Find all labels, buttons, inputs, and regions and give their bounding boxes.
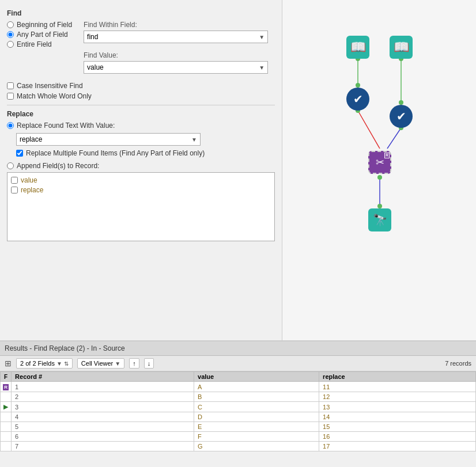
fields-sort-arrows: ⇅: [64, 360, 69, 367]
append-fields-radio[interactable]: [7, 162, 14, 169]
row-num-cell: 2: [12, 392, 194, 402]
row-replace-cell: 14: [319, 412, 476, 422]
col-record-header: Record #: [12, 372, 194, 382]
anypart-radio[interactable]: [7, 31, 14, 38]
beginning-label: Beginning of Field: [17, 21, 72, 29]
table-header-row: F Record # value replace: [1, 372, 476, 382]
replace-found-radio[interactable]: [7, 122, 14, 129]
svg-point-5: [399, 100, 403, 105]
row-icon-cell: ▶: [1, 402, 12, 412]
find-within-select-wrapper: find value replace: [84, 31, 268, 43]
results-table: F Record # value replace R 1 A 11 2 B 12…: [0, 371, 476, 467]
row-value-cell: G: [194, 442, 319, 451]
row-replace-cell: 13: [319, 402, 476, 412]
node-book1[interactable]: 📖: [346, 36, 369, 59]
col-icon-header: F: [1, 372, 12, 382]
find-value-select[interactable]: value find replace: [84, 61, 268, 74]
nav-down-button[interactable]: ↓: [144, 358, 154, 369]
svg-point-11: [377, 175, 382, 180]
row-value-cell: B: [194, 392, 319, 402]
append-fields-label: Append Field(s) to Record:: [17, 162, 99, 170]
svg-point-12: [377, 204, 382, 208]
replace-multiple-label: Replace Multiple Found Items (Find Any P…: [26, 149, 205, 157]
append-fields-radio-row[interactable]: Append Field(s) to Record:: [7, 162, 275, 170]
row-num-cell: 5: [12, 422, 194, 432]
find-within-label: Find Within Field:: [84, 21, 268, 29]
book2-icon: 📖: [390, 36, 413, 59]
binoculars-icon: 🔭: [368, 208, 391, 231]
replace-section-header: Replace: [7, 110, 275, 118]
find-within-select[interactable]: find value replace: [84, 31, 268, 43]
filter-icon: F: [4, 374, 7, 380]
table-row: ▶ 3 C 13: [1, 402, 476, 412]
case-insensitive-row[interactable]: Case Insensitive Find: [7, 82, 275, 90]
replace-value-select[interactable]: replace value find: [16, 133, 201, 146]
table-row: 7 G 17: [1, 442, 476, 451]
fields-dropdown-button[interactable]: 2 of 2 Fields ▼ ⇅: [16, 358, 73, 369]
entire-radio-row[interactable]: Entire Field: [7, 40, 72, 48]
find-value-label: Find Value:: [84, 51, 268, 59]
row-num-cell: 6: [12, 432, 194, 442]
nav-up-button[interactable]: ↑: [129, 358, 139, 369]
col-replace-header: replace: [319, 372, 476, 382]
case-insensitive-checkbox[interactable]: [7, 82, 14, 89]
col-value-header: value: [194, 372, 319, 382]
row-replace-cell: 16: [319, 432, 476, 442]
row-replace-cell: 11: [319, 382, 476, 392]
records-count: 7 records: [445, 360, 471, 367]
beginning-radio-row[interactable]: Beginning of Field: [7, 21, 72, 29]
case-insensitive-label: Case Insensitive Find: [17, 82, 83, 90]
row-value-cell: F: [194, 432, 319, 442]
anypart-radio-row[interactable]: Any Part of Field: [7, 31, 72, 39]
match-whole-word-label: Match Whole Word Only: [17, 92, 92, 100]
node-binoculars[interactable]: 🔭: [368, 208, 391, 231]
output-value-checkbox[interactable]: [11, 177, 18, 184]
row-icon-cell: R: [1, 382, 12, 392]
fields-label: 2 of 2 Fields: [20, 360, 55, 367]
match-whole-word-checkbox[interactable]: [7, 93, 14, 100]
output-replace-checkbox[interactable]: [11, 187, 18, 193]
row-value-cell: C: [194, 402, 319, 412]
row-value-cell: D: [194, 412, 319, 422]
viewer-dropdown-arrow: ▼: [115, 360, 120, 367]
row-icon-cell: [1, 422, 12, 432]
entire-radio[interactable]: [7, 41, 14, 48]
check2-icon: ✔: [390, 105, 413, 128]
replace-value-select-wrapper: replace value find: [16, 133, 201, 146]
replace-found-label: Replace Found Text With Value:: [17, 122, 115, 130]
row-replace-cell: 15: [319, 422, 476, 432]
output-value-item: value: [11, 176, 271, 184]
match-whole-word-row[interactable]: Match Whole Word Only: [7, 92, 275, 100]
anypart-label: Any Part of Field: [17, 31, 68, 39]
find-position-group: Beginning of Field Any Part of Field Ent…: [7, 21, 72, 74]
table-row: 6 F 16: [1, 432, 476, 442]
table-row: 2 B 12: [1, 392, 476, 402]
results-toolbar: ⊞ 2 of 2 Fields ▼ ⇅ Cell Viewer ▼ ↑ ↓ 7 …: [0, 356, 476, 371]
replace-found-radio-row[interactable]: Replace Found Text With Value:: [7, 122, 275, 130]
row-icon-cell: [1, 432, 12, 442]
node-book2[interactable]: 📖: [390, 36, 413, 59]
scissors-icon: ✂ R: [368, 151, 391, 174]
replace-multiple-checkbox[interactable]: [16, 150, 23, 157]
row-value-cell: E: [194, 422, 319, 432]
fields-dropdown-arrow: ▼: [56, 360, 62, 367]
row-num-cell: 7: [12, 442, 194, 451]
output-fields-list: value replace: [7, 172, 275, 241]
canvas-panel: 📖 📖 ✔ ✔ ✂ R 🔭: [282, 0, 476, 340]
row-replace-cell: 12: [319, 392, 476, 402]
node-check1[interactable]: ✔: [346, 88, 369, 111]
table-icon: ⊞: [5, 359, 12, 368]
beginning-radio[interactable]: [7, 21, 14, 28]
replace-multiple-row[interactable]: Replace Multiple Found Items (Find Any P…: [16, 149, 275, 157]
row-r-icon: R: [3, 384, 9, 390]
output-replace-label: replace: [21, 186, 43, 194]
results-panel: Results - Find Replace (2) - In - Source…: [0, 340, 476, 467]
node-check2[interactable]: ✔: [390, 105, 413, 128]
book1-icon: 📖: [346, 36, 369, 59]
viewer-dropdown-button[interactable]: Cell Viewer ▼: [77, 358, 124, 369]
find-value-group: Find Value: value find replace: [84, 51, 268, 74]
row-play-icon: ▶: [3, 403, 8, 410]
find-within-field-group: Find Within Field: find value replace: [84, 21, 268, 43]
row-num-cell: 4: [12, 412, 194, 422]
node-scissors[interactable]: ✂ R: [368, 151, 391, 174]
